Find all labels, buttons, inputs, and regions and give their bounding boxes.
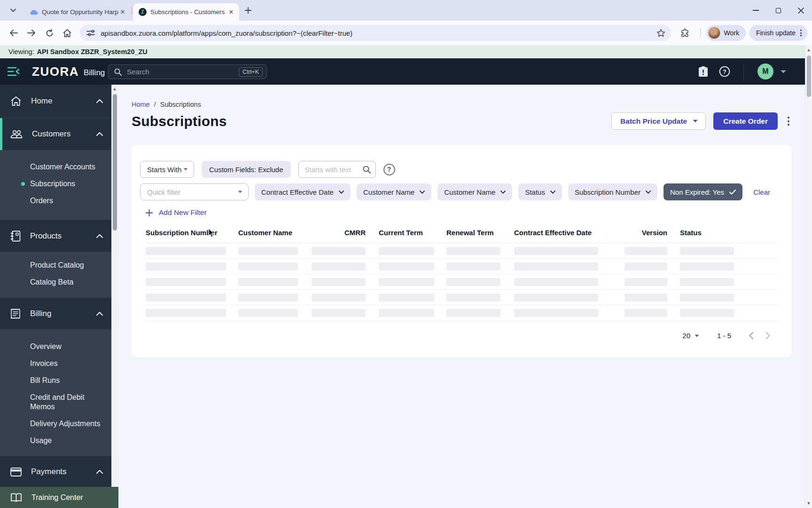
url-bar[interactable]: apisandbox.zuora.com/platform/apps/com_z… (80, 25, 671, 41)
user-avatar[interactable]: M (757, 64, 773, 79)
filter-chip-customer-name[interactable]: Customer Name (437, 183, 512, 200)
batch-price-update-button[interactable]: Batch Price Update (611, 112, 706, 130)
finish-update-button[interactable]: Finish update (750, 25, 807, 41)
window-restore-button[interactable] (767, 0, 789, 21)
browser-profile-button[interactable]: Work (706, 25, 746, 41)
browser-tab-active[interactable]: Z Subscriptions - Customers - Zuo ✕ (133, 3, 239, 21)
account-menu-caret-icon[interactable] (780, 70, 787, 74)
column-header-customer-name[interactable]: Customer Name (238, 229, 312, 237)
more-actions-button[interactable] (785, 114, 792, 128)
chevron-up-icon[interactable] (96, 132, 103, 136)
filter-chip-customer-name[interactable]: Customer Name (357, 183, 431, 200)
sidebar-item-billing[interactable]: Billing (0, 297, 111, 329)
new-tab-button[interactable] (245, 7, 251, 14)
browser-menu-icon[interactable] (798, 30, 804, 36)
loading-placeholder (146, 247, 226, 255)
loading-placeholder (625, 309, 667, 317)
tab-separator (132, 6, 132, 15)
chevron-up-icon[interactable] (96, 99, 103, 103)
help-button[interactable]: ? (718, 58, 731, 85)
table-row-skeleton[interactable] (146, 305, 778, 321)
tab-search-button[interactable] (7, 4, 20, 17)
home-button[interactable] (58, 24, 76, 42)
sidebar-item-delivery-adjustments[interactable]: Delivery Adjustments (0, 415, 111, 432)
tab-close-icon[interactable]: ✕ (118, 8, 127, 16)
sidebar-collapse-icon[interactable] (8, 67, 20, 76)
page-size-select[interactable]: 20 (682, 332, 699, 340)
loading-placeholder (625, 262, 667, 270)
next-page-icon[interactable] (766, 332, 770, 339)
clear-filters-link[interactable]: Clear (753, 188, 770, 196)
column-header-cmrr[interactable]: CMRR (312, 229, 379, 237)
sidebar-item-home[interactable]: Home (0, 85, 111, 118)
browser-tab-inactive[interactable]: Quote for Oppurtunity Harper F ✕ (24, 3, 131, 21)
extensions-button[interactable] (677, 24, 695, 42)
previous-page-icon[interactable] (749, 332, 753, 339)
scrollbar-thumb[interactable] (807, 56, 811, 97)
sidebar-item-product-catalog[interactable]: Product Catalog (0, 257, 111, 274)
filter-chip-non-expired-active[interactable]: Non Expired: Yes (664, 183, 742, 200)
table-row-skeleton[interactable] (146, 259, 778, 274)
filter-help-icon[interactable]: ? (383, 164, 395, 175)
chevron-down-icon (550, 190, 555, 194)
table-row-skeleton[interactable] (146, 274, 778, 290)
keyword-search-placeholder: Starts with text (305, 166, 363, 174)
chevron-up-icon[interactable] (96, 312, 103, 316)
sidebar-item-invoices[interactable]: Invoices (0, 355, 111, 372)
column-header-status[interactable]: Status (680, 229, 778, 237)
tab-close-icon[interactable]: ✕ (227, 8, 235, 16)
sidebar-item-products[interactable]: Products (0, 220, 111, 252)
match-mode-select[interactable]: Starts With (140, 161, 194, 178)
content-scrollbar[interactable]: ▲ (111, 85, 117, 487)
loading-placeholder (312, 262, 366, 270)
sidebar-item-customer-accounts[interactable]: Customer Accounts (0, 159, 111, 175)
column-header-subscription-number[interactable]: Subscription Number (146, 229, 238, 237)
column-header-version[interactable]: Version (625, 229, 680, 237)
loading-placeholder (238, 309, 298, 317)
window-minimize-button[interactable] (744, 0, 767, 21)
filter-chip-contract-effective-date[interactable]: Contract Effective Date (255, 183, 351, 200)
loading-placeholder (379, 278, 434, 286)
bookmark-star-icon[interactable] (656, 29, 665, 37)
sidebar-item-catalog-beta[interactable]: Catalog Beta (0, 274, 111, 291)
reload-button[interactable] (40, 24, 58, 42)
chevron-up-icon[interactable] (96, 234, 103, 238)
scroll-up-icon[interactable]: ▲ (112, 87, 117, 91)
sidebar-item-overview[interactable]: Overview (0, 338, 111, 355)
quick-filter-select[interactable]: Quick filter (140, 183, 249, 200)
keyword-search-input[interactable]: Starts with text (298, 161, 376, 178)
create-order-button[interactable]: Create Order (713, 112, 778, 130)
sidebar-item-subscriptions[interactable]: Subscriptions (0, 175, 111, 192)
sidebar-item-customers[interactable]: Customers (0, 118, 111, 150)
breadcrumb-home-link[interactable]: Home (132, 101, 150, 108)
filter-chip-status[interactable]: Status (518, 183, 562, 200)
column-header-contract-effective-date[interactable]: Contract Effective Date (514, 229, 625, 237)
sidebar-item-training-center[interactable]: Training Center (0, 487, 118, 508)
search-icon[interactable] (363, 166, 371, 174)
window-close-button[interactable] (789, 0, 812, 21)
forward-button[interactable] (23, 24, 40, 42)
sidebar-item-orders[interactable]: Orders (0, 192, 111, 209)
scroll-up-icon[interactable]: ▲ (805, 48, 812, 52)
scroll-down-icon[interactable]: ▼ (805, 501, 812, 506)
table-row-skeleton[interactable] (146, 290, 778, 305)
filter-chip-subscription-number[interactable]: Subscription Number (568, 183, 657, 200)
table-row-skeleton[interactable] (146, 243, 778, 259)
filter-chip-label: Contract Effective Date (261, 188, 334, 196)
sidebar-item-bill-runs[interactable]: Bill Runs (0, 372, 111, 389)
custom-fields-chip[interactable]: Custom Fields: Exclude (202, 161, 291, 178)
url-text[interactable]: apisandbox.zuora.com/platform/apps/com_z… (101, 29, 656, 37)
global-search-input[interactable]: Search Ctrl+K (108, 64, 267, 79)
sidebar-item-usage[interactable]: Usage (0, 432, 111, 449)
chevron-up-icon[interactable] (96, 470, 103, 474)
site-settings-icon[interactable] (86, 29, 95, 37)
browser-scrollbar[interactable]: ▲ ▼ (805, 45, 812, 508)
sidebar-item-payments[interactable]: Payments (0, 456, 111, 487)
column-header-renewal-term[interactable]: Renewal Term (446, 229, 514, 237)
back-button[interactable] (5, 24, 23, 42)
add-new-filter-button[interactable]: Add New Filter (146, 208, 782, 217)
sidebar-item-credit-and-debit-memos[interactable]: Credit and Debit Memos (0, 389, 111, 415)
scrollbar-thumb[interactable] (113, 94, 117, 230)
column-header-current-term[interactable]: Current Term (379, 229, 446, 237)
notifications-button[interactable] (697, 58, 709, 85)
